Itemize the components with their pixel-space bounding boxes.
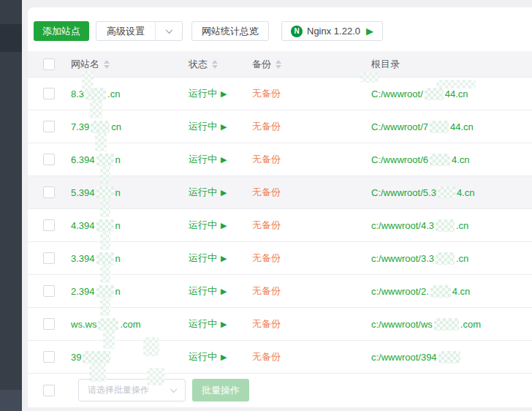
webserver-running-icon: ▶ [366,26,373,36]
backup-link[interactable]: 无备份 [252,120,281,133]
column-header-backup[interactable]: 备份 [252,58,371,71]
sort-icon[interactable] [104,60,110,69]
site-status-toggle[interactable]: 运行中▶ [189,153,227,166]
site-status-toggle[interactable]: 运行中▶ [189,87,227,100]
table-row: 7.39cn运行中▶无备份C:/wwwroot/744.cn [28,110,532,143]
add-site-button[interactable]: 添加站点 [34,21,89,41]
running-play-icon: ▶ [221,123,227,131]
root-path-link[interactable]: c:/wwwroot/4.3.cn [371,219,468,232]
sort-icon[interactable] [276,60,281,69]
root-path-link[interactable]: c:/wwwroot/394 [371,351,462,363]
webserver-version-label: Nginx 1.22.0 [307,26,360,37]
column-header-status[interactable]: 状态 [189,58,252,71]
column-label: 网站名 [71,58,99,71]
root-path-link[interactable]: c:/wwwroot/ws.com [371,318,481,331]
site-name-link[interactable]: 8.3.cn [71,88,120,100]
backup-link[interactable]: 无备份 [252,350,281,363]
site-name-link[interactable]: 2.394n [71,285,121,298]
root-path-link[interactable]: c:/wwwroot/3.3.cn [371,252,468,265]
batch-action-button[interactable]: 批量操作 [192,379,249,401]
running-play-icon: ▶ [221,222,227,230]
footer-select-all-checkbox[interactable] [43,385,55,396]
running-play-icon: ▶ [221,254,227,263]
root-path-link[interactable]: c:/wwwroot/2.4.cn [371,285,470,298]
backup-link[interactable]: 无备份 [252,87,281,100]
censored-text [96,252,114,265]
backup-link[interactable]: 无备份 [252,186,281,199]
row-checkbox[interactable] [43,88,55,99]
chevron-down-icon [165,26,172,34]
censored-text [83,351,110,363]
censored-text [430,121,449,133]
censored-text [436,252,455,265]
webserver-button[interactable]: N Nginx 1.22.0 ▶ [281,21,383,41]
running-play-icon: ▶ [221,320,227,328]
site-stats-button[interactable]: 网站统计总览 [191,21,269,41]
row-checkbox[interactable] [43,121,55,132]
toolbar: 添加站点 高级设置 网站统计总览 N Nginx 1.22.0 ▶ [28,7,532,51]
root-path-link[interactable]: C:/wwwroot/64.cn [371,154,470,166]
censored-text [91,121,110,133]
batch-action-select[interactable]: 请选择批量操作 [78,379,186,401]
running-play-icon: ▶ [221,189,227,197]
table-header: 网站名 状态 备份 根目录 [28,51,532,78]
censored-text [430,154,450,166]
site-list-panel: 添加站点 高级设置 网站统计总览 N Nginx 1.22.0 ▶ 网站名 状态 [28,7,532,407]
root-path-link[interactable]: C:/wwwroot/44.cn [371,88,468,100]
root-path-link[interactable]: C:/wwwroot/5.34.cn [371,186,474,199]
root-path-link[interactable]: C:/wwwroot/744.cn [371,121,474,133]
column-header-name[interactable]: 网站名 [71,58,189,71]
row-checkbox[interactable] [43,154,55,165]
site-name-link[interactable]: 39 [71,351,112,363]
site-status-toggle[interactable]: 运行中▶ [189,120,227,133]
chevron-down-icon [170,385,178,393]
row-checkbox[interactable] [43,318,55,330]
site-status-toggle[interactable]: 运行中▶ [189,350,227,363]
advanced-settings-dropdown[interactable] [155,22,182,40]
row-checkbox[interactable] [43,186,55,198]
censored-text [425,88,444,100]
site-name-link[interactable]: 6.394n [71,154,121,166]
site-name-link[interactable]: 7.39cn [71,121,121,133]
advanced-settings-label[interactable]: 高级设置 [96,22,155,40]
table-body: 8.3.cn运行中▶无备份C:/wwwroot/44.cn7.39cn运行中▶无… [28,78,532,374]
backup-link[interactable]: 无备份 [252,317,281,331]
site-name-link[interactable]: 3.394n [71,252,121,265]
backup-link[interactable]: 无备份 [252,153,281,166]
censored-text [98,318,118,331]
site-status-toggle[interactable]: 运行中▶ [189,252,227,265]
sidebar-nav[interactable] [0,0,22,411]
censored-text [96,186,114,199]
column-header-root: 根目录 [371,58,532,71]
censored-text [96,285,114,298]
censored-text [434,318,459,331]
sidebar-active-item[interactable] [0,24,22,52]
sidebar-footer [0,390,22,411]
sort-icon[interactable] [212,60,218,69]
site-status-toggle[interactable]: 运行中▶ [189,317,227,331]
site-status-toggle[interactable]: 运行中▶ [189,284,227,298]
censored-text [436,219,455,232]
backup-link[interactable]: 无备份 [252,252,281,265]
row-checkbox[interactable] [43,252,55,264]
site-name-link[interactable]: 4.394n [71,219,121,232]
batch-select-placeholder: 请选择批量操作 [88,384,149,396]
censor-smudge [436,80,476,88]
column-label: 根目录 [371,58,400,71]
row-checkbox[interactable] [43,219,55,231]
advanced-settings-button: 高级设置 [96,21,183,41]
site-status-toggle[interactable]: 运行中▶ [189,219,227,232]
site-name-link[interactable]: ws.ws.com [71,318,141,331]
nginx-logo-icon: N [291,26,303,37]
censor-smudge [82,71,94,93]
row-checkbox[interactable] [43,285,55,297]
running-play-icon: ▶ [221,90,227,98]
row-checkbox[interactable] [43,351,55,363]
site-name-link[interactable]: 5.394n [71,186,121,199]
running-play-icon: ▶ [221,287,227,295]
backup-link[interactable]: 无备份 [252,219,281,232]
select-all-checkbox[interactable] [43,59,55,70]
censored-text [96,154,114,166]
backup-link[interactable]: 无备份 [252,284,281,298]
site-status-toggle[interactable]: 运行中▶ [189,186,227,199]
